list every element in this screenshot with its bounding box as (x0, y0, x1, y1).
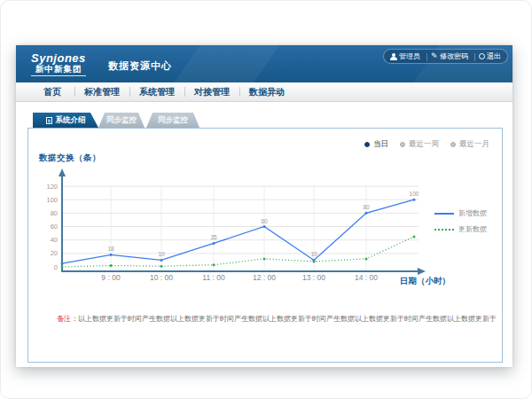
svg-text:10 : 00: 10 : 00 (150, 273, 173, 282)
header-decor-streak (162, 45, 286, 82)
svg-text:35: 35 (210, 234, 217, 240)
svg-text:120: 120 (46, 183, 58, 191)
footnote-prefix: 备注 (57, 315, 71, 323)
user-menu-edit[interactable]: 修改密码 (426, 50, 473, 63)
logout-icon (479, 53, 485, 59)
brand-name-en: Synjones (31, 52, 86, 64)
nav-item[interactable]: 标准管理 (74, 82, 129, 101)
edit-icon (431, 53, 438, 60)
svg-text:100: 100 (410, 191, 419, 197)
legend-item: 新增数据 (434, 208, 487, 218)
nav-item[interactable]: 首页 (30, 82, 74, 101)
svg-text:40: 40 (51, 236, 58, 244)
tab-label: 同步监控 (158, 115, 188, 126)
svg-text:0: 0 (54, 263, 58, 271)
svg-text:100: 100 (46, 196, 58, 204)
app-header: Synjones 新中新集团 数据资源中心 管理员修改密码退出 (16, 45, 512, 82)
tab-bar: 系统介绍同步监控同步监控 (33, 113, 200, 128)
footnote-text: ：以上数据更新于时间产生数据以上数据更新于时间产生数据以上数据更新于时间产生数据… (71, 315, 497, 323)
nav-item[interactable]: 系统管理 (129, 82, 184, 101)
legend-label: 更新数据 (458, 224, 487, 234)
line-chart: 0204060801001209 : 0010 : 0011 : 0012 : … (28, 129, 504, 364)
svg-text:60: 60 (261, 218, 268, 224)
svg-text:13 : 00: 13 : 00 (302, 273, 325, 282)
tab-label: 同步监控 (106, 115, 137, 126)
app-window: Synjones 新中新集团 数据资源中心 管理员修改密码退出 首页标准管理系统… (16, 45, 512, 367)
svg-text:14 : 00: 14 : 00 (355, 273, 378, 282)
svg-text:11 : 00: 11 : 00 (202, 273, 225, 282)
legend-line-icon (434, 229, 454, 231)
footnote: 备注：以上数据更新于时间产生数据以上数据更新于时间产生数据以上数据更新于时间产生… (57, 314, 497, 324)
user-menu-label: 修改密码 (440, 51, 468, 61)
svg-text:12 : 00: 12 : 00 (253, 273, 276, 282)
legend-label: 新增数据 (458, 208, 487, 218)
svg-text:10: 10 (310, 251, 317, 257)
user-menu-label: 退出 (487, 51, 501, 61)
svg-text:60: 60 (51, 223, 58, 231)
user-menu-user[interactable]: 管理员 (386, 50, 425, 63)
svg-text:80: 80 (363, 204, 370, 210)
svg-text:20: 20 (51, 249, 58, 257)
nav-item[interactable]: 对接管理 (184, 82, 239, 101)
user-icon (390, 53, 397, 60)
tab-2[interactable]: 同步监控 (98, 113, 145, 128)
user-menu-logout[interactable]: 退出 (474, 50, 505, 63)
main-nav: 首页标准管理系统管理对接管理数据异动 (16, 82, 512, 102)
page-title: 数据资源中心 (108, 59, 172, 73)
svg-text:18: 18 (107, 246, 114, 252)
brand-name-cn: 新中新集团 (31, 64, 86, 74)
user-menu: 管理员修改密码退出 (383, 49, 508, 64)
brand-logo[interactable]: Synjones 新中新集团 (31, 52, 86, 76)
chart-legend: 新增数据更新数据 (434, 208, 487, 234)
svg-text:10: 10 (158, 251, 165, 257)
legend-line-icon (434, 213, 454, 215)
user-menu-label: 管理员 (399, 51, 420, 61)
svg-text:9 : 00: 9 : 00 (101, 273, 121, 282)
tab-3[interactable]: 同步监控 (146, 113, 200, 128)
content-panel: 当日最近一周最近一月 数据交换（条） 0204060801001209 : 00… (27, 128, 503, 363)
tab-1[interactable]: 系统介绍 (33, 113, 98, 128)
svg-text:80: 80 (51, 209, 58, 217)
document-icon (46, 117, 52, 124)
chart-x-axis-title: 日期（小时） (400, 276, 450, 287)
nav-item[interactable]: 数据异动 (239, 82, 294, 101)
tab-label: 系统介绍 (56, 115, 86, 126)
legend-item: 更新数据 (434, 224, 487, 234)
